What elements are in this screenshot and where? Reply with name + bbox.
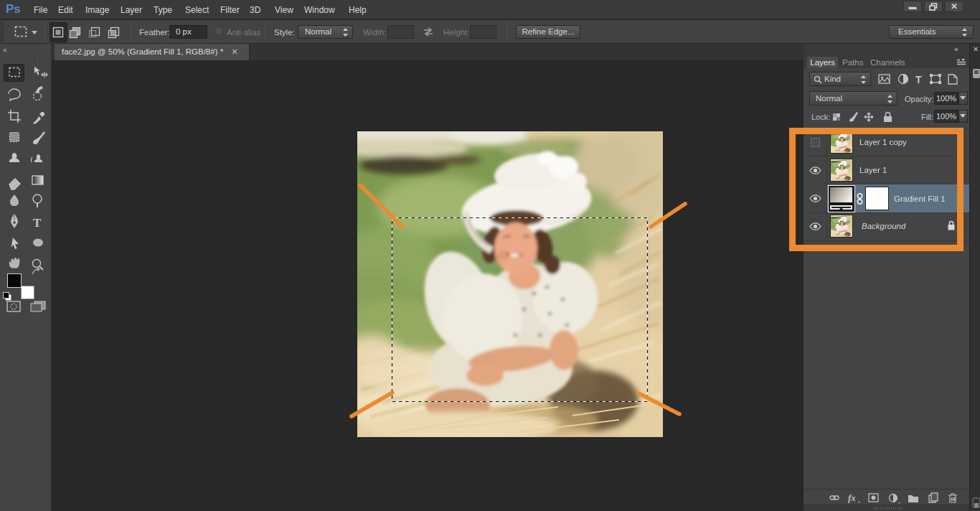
svg-text:T: T xyxy=(33,216,42,230)
svg-text:T: T xyxy=(915,74,922,85)
svg-text:fx: fx xyxy=(848,492,856,503)
